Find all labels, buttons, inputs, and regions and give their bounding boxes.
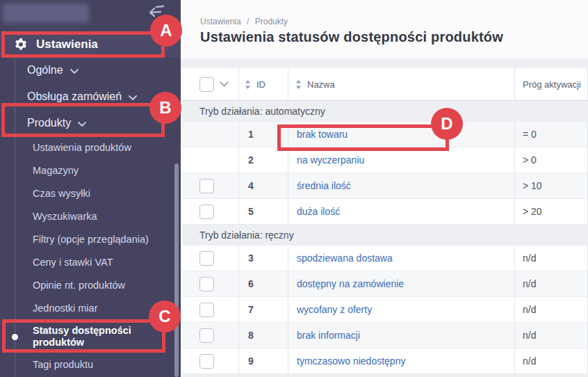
table-header-row: ID Nazwa Próg aktywacji xyxy=(182,68,588,101)
sidebar-item-statusy-dost-pno-ci-produkt-w[interactable]: Statusy dostępności produktów xyxy=(0,320,167,353)
sidebar-item-ceny-i-stawki-vat[interactable]: Ceny i stawki VAT xyxy=(0,251,181,274)
row-checkbox[interactable] xyxy=(199,179,214,193)
chevron-down-icon xyxy=(129,95,137,101)
row-id: 3 xyxy=(239,246,288,271)
sort-icon[interactable] xyxy=(295,80,302,89)
row-name-cell: średnia ilość xyxy=(288,173,515,198)
table-row: 7wycofany z ofertyn/d xyxy=(182,297,588,323)
row-name-link[interactable]: na wyczerpaniu xyxy=(297,154,364,166)
row-name-cell: na wyczerpaniu xyxy=(288,147,515,173)
column-header-name[interactable]: Nazwa xyxy=(288,68,515,100)
column-header-threshold: Próg aktywacji xyxy=(515,68,588,100)
row-threshold: = 0 xyxy=(515,122,588,147)
breadcrumb-separator: / xyxy=(247,17,249,26)
row-id: 9 xyxy=(239,348,288,374)
sidebar-section-produkty[interactable]: Produkty xyxy=(0,110,181,136)
sidebar-item-ustawienia-produkt-w[interactable]: Ustawienia produktów xyxy=(0,136,181,159)
sidebar-item-jednostki-miar[interactable]: Jednostki miar xyxy=(0,297,181,320)
column-header-threshold-label: Próg aktywacji xyxy=(523,79,581,90)
row-id: 6 xyxy=(239,271,288,296)
chevron-down-icon xyxy=(70,69,79,74)
row-threshold: n/d xyxy=(515,271,588,296)
sidebar-item-filtry-opcje-przegl-dania-[interactable]: Filtry (opcje przeglądania) xyxy=(0,228,181,251)
row-name-cell: wycofany z oferty xyxy=(288,297,515,322)
chevron-down-icon[interactable] xyxy=(220,81,229,87)
row-name-cell: duża ilość xyxy=(288,199,515,224)
table-row: 6dostępny na zamówienien/d xyxy=(182,271,588,297)
row-id: 5 xyxy=(239,199,288,224)
row-id: 8 xyxy=(239,323,288,348)
table-row: 2na wyczerpaniu> 0 xyxy=(182,147,588,173)
collapse-sidebar-icon[interactable] xyxy=(146,3,165,20)
row-threshold: n/d xyxy=(515,323,588,348)
table-group-label: Tryb działania: ręczny xyxy=(199,230,294,241)
table-row: 5duża ilość> 20 xyxy=(182,199,588,225)
sidebar-item-label: Statusy dostępności produktów xyxy=(33,325,144,348)
sidebar-item-label: Ogólne xyxy=(27,64,63,77)
sidebar-item-wyszukiwarka[interactable]: Wyszukiwarka xyxy=(0,205,181,228)
row-select-cell xyxy=(182,199,239,224)
column-header-id-label: ID xyxy=(256,79,266,90)
app-window: UstawieniaOgólneObsługa zamówieńProdukty… xyxy=(0,0,588,377)
table-body: Tryb działania: automatyczny1brak towaru… xyxy=(182,101,588,374)
row-name-cell: tymczasowo niedostępny xyxy=(288,348,515,374)
row-checkbox[interactable] xyxy=(199,277,214,291)
row-name-link[interactable]: średnia ilość xyxy=(297,180,351,191)
breadcrumb-produkty[interactable]: Produkty xyxy=(255,17,288,26)
row-name-cell: brak informacji xyxy=(288,323,515,348)
row-name-link[interactable]: brak towaru xyxy=(297,129,348,140)
sidebar-item-label: Ceny i stawki VAT xyxy=(33,257,113,268)
sidebar-scrollbar[interactable] xyxy=(174,163,179,377)
sidebar-item-label: Tagi produktu xyxy=(33,359,93,371)
row-name-link[interactable]: dostępny na zamówienie xyxy=(297,278,404,289)
row-select-cell xyxy=(182,147,239,173)
row-name-link[interactable]: brak informacji xyxy=(297,330,360,341)
table-group-row: Tryb działania: automatyczny xyxy=(182,101,588,122)
row-threshold: > 20 xyxy=(515,199,588,224)
row-id: 7 xyxy=(239,297,288,322)
row-id: 2 xyxy=(239,147,288,173)
page-header: Ustawienia / Produkty Ustawienia statusó… xyxy=(181,0,588,58)
column-header-name-label: Nazwa xyxy=(307,79,335,90)
row-threshold: n/d xyxy=(515,297,588,322)
sidebar-item-opinie-nt-produkt-w[interactable]: Opinie nt. produktów xyxy=(0,274,181,297)
sidebar-section-og-lne[interactable]: Ogólne xyxy=(0,57,181,83)
row-checkbox[interactable] xyxy=(199,303,214,317)
sidebar-item-label: Magazyny xyxy=(33,165,79,177)
sidebar-item-label: Ustawienia produktów xyxy=(33,142,131,154)
table-group-label: Tryb działania: automatyczny xyxy=(199,106,325,117)
row-threshold: > 10 xyxy=(515,173,588,198)
breadcrumb-ustawienia[interactable]: Ustawienia xyxy=(200,17,241,26)
row-select-cell xyxy=(182,323,239,348)
select-all-checkbox[interactable] xyxy=(199,77,214,92)
row-checkbox[interactable] xyxy=(199,328,214,343)
column-header-id[interactable]: ID xyxy=(239,68,288,100)
row-checkbox[interactable] xyxy=(199,354,214,369)
row-name-cell: brak towaru xyxy=(288,122,515,147)
row-select-cell xyxy=(182,348,239,374)
sidebar-item-magazyny[interactable]: Magazyny xyxy=(0,159,181,182)
table-row: 8brak informacjin/d xyxy=(182,323,588,348)
sidebar-item-czas-wysy-ki[interactable]: Czas wysyłki xyxy=(0,182,181,205)
next-row-sliver xyxy=(182,374,588,377)
row-checkbox[interactable] xyxy=(199,251,214,266)
row-name-link[interactable]: wycofany z oferty xyxy=(297,304,372,315)
breadcrumb: Ustawienia / Produkty xyxy=(200,17,288,26)
table-row: 9tymczasowo niedostępnyn/d xyxy=(182,348,588,374)
sort-icon[interactable] xyxy=(245,80,251,89)
row-name-link[interactable]: spodziewana dostawa xyxy=(297,252,393,264)
page-title: Ustawienia statusów dostępności produktó… xyxy=(200,29,503,45)
sidebar-item-tagi-produktu[interactable]: Tagi produktu xyxy=(0,353,181,376)
row-checkbox[interactable] xyxy=(199,204,214,219)
sidebar-section-obs-uga-zam-wie-[interactable]: Obsługa zamówień xyxy=(0,83,181,110)
row-threshold: n/d xyxy=(515,348,588,374)
table-group-row: Tryb działania: ręczny xyxy=(182,225,588,246)
row-select-cell xyxy=(182,122,239,147)
row-threshold: > 0 xyxy=(515,147,588,173)
row-name-link[interactable]: duża ilość xyxy=(297,206,340,217)
table-row: 1brak towaru= 0 xyxy=(182,122,588,147)
sidebar: UstawieniaOgólneObsługa zamówieńProdukty… xyxy=(0,0,181,377)
row-name-link[interactable]: tymczasowo niedostępny xyxy=(297,355,405,367)
sidebar-item-ustawienia[interactable]: Ustawienia xyxy=(0,32,181,57)
gear-icon xyxy=(15,38,27,51)
